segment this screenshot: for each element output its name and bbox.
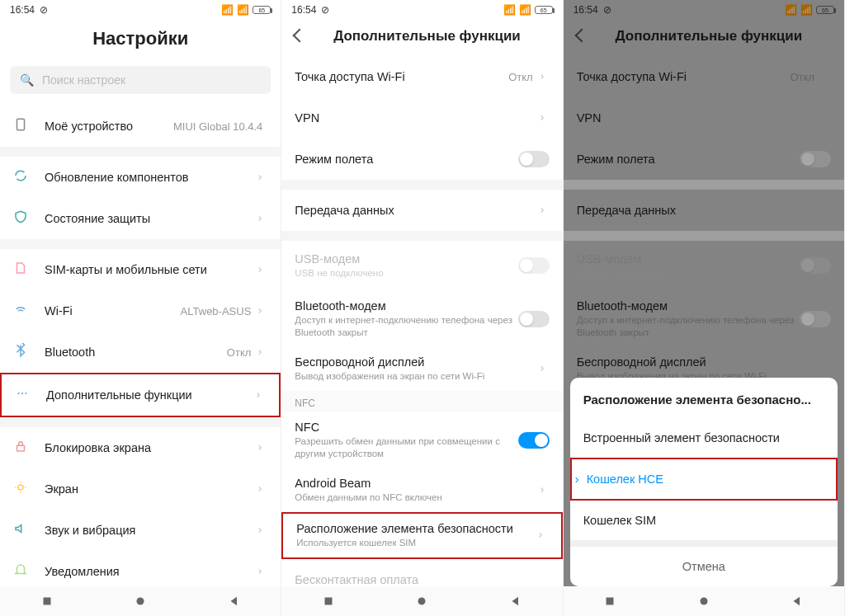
header: Дополнительные функции — [281, 20, 562, 56]
chevron-right-icon — [256, 564, 267, 579]
toggle-bt-modem[interactable] — [518, 311, 550, 327]
chevron-right-icon — [256, 482, 267, 496]
chevron-right-icon — [819, 361, 831, 376]
row-device[interactable]: Моё устройство MIUI Global 10.4.4 — [0, 106, 281, 147]
sheet-option-sim[interactable]: Кошелек SIM — [570, 501, 838, 540]
row-android-beam[interactable]: Android BeamОбмен данными по NFC включен — [281, 468, 562, 512]
sheet-option-embedded[interactable]: Встроенный элемент безопасности — [570, 418, 838, 458]
row-cast[interactable]: Беспроводной дисплейВывод изображения на… — [281, 347, 562, 391]
row-airplane[interactable]: Режим полета — [564, 139, 844, 180]
sun-icon — [13, 480, 33, 498]
row-nfc[interactable]: NFCРазрешить обмен данными при совмещени… — [281, 412, 562, 468]
wifi-icon: 📶 — [237, 4, 249, 16]
chevron-right-icon — [256, 440, 267, 455]
row-wifi[interactable]: Wi-Fi ALTweb-ASUS — [0, 290, 281, 332]
time: 16:54 — [10, 4, 35, 16]
header: Дополнительные функции — [564, 20, 844, 56]
toggle-airplane[interactable] — [800, 151, 831, 167]
wifi-icon: 📶 — [800, 4, 813, 16]
chevron-right-icon — [256, 262, 267, 277]
svg-point-5 — [18, 485, 23, 490]
svg-rect-0 — [17, 119, 25, 130]
page-title: Дополнительные функции — [323, 28, 531, 45]
home-button[interactable] — [414, 594, 429, 609]
chevron-right-icon — [819, 203, 831, 218]
chevron-right-icon — [538, 361, 550, 376]
chevron-right-icon — [254, 388, 266, 402]
toggle-bt-modem[interactable] — [800, 311, 831, 327]
row-usb-modem: USB-модемUSB не подключено — [564, 241, 844, 291]
row-vpn[interactable]: VPN — [281, 97, 562, 139]
time: 16:54 — [291, 4, 316, 16]
chevron-right-icon — [256, 523, 267, 538]
row-lock[interactable]: Блокировка экрана — [0, 427, 281, 468]
sheet-cancel-button[interactable]: Отмена — [570, 540, 838, 586]
page-title: Настройки — [13, 28, 267, 49]
page-title: Дополнительные функции — [605, 28, 813, 45]
statusbar: 16:54⊘ 📶📶65 — [564, 0, 844, 20]
row-notifications[interactable]: Уведомления — [0, 551, 281, 586]
chevron-right-icon — [538, 203, 550, 218]
volume-icon — [13, 521, 33, 539]
chevron-right-icon — [256, 170, 267, 185]
row-display[interactable]: Экран — [0, 468, 281, 510]
row-updates[interactable]: Обновление компонентов — [0, 157, 281, 198]
chevron-right-icon — [538, 69, 550, 84]
battery-icon: 65 — [253, 6, 271, 14]
svg-point-1 — [17, 393, 19, 394]
row-hotspot[interactable]: Точка доступа Wi-Fi Откл — [564, 56, 844, 97]
svg-point-3 — [25, 393, 26, 394]
security-element-sheet: Расположение элемента безопасно... Встро… — [570, 378, 838, 586]
row-hotspot[interactable]: Точка доступа Wi-Fi Откл — [281, 56, 562, 97]
back-button[interactable] — [577, 29, 595, 44]
sheet-option-hce[interactable]: Кошелек HCE — [570, 458, 838, 501]
chevron-right-icon — [256, 211, 267, 226]
section-nfc: NFC — [281, 391, 562, 412]
row-bt-modem[interactable]: Bluetooth-модемДоступ к интернет-подключ… — [281, 291, 562, 347]
battery-icon: 65 — [535, 6, 553, 14]
toggle-usb — [800, 257, 831, 274]
back-button[interactable] — [508, 594, 523, 609]
row-more-functions[interactable]: Дополнительные функции — [0, 373, 281, 417]
signal-icon: 📶 — [785, 4, 797, 16]
row-data[interactable]: Передача данных — [281, 190, 562, 231]
header: Настройки — [0, 20, 281, 61]
sim-icon — [13, 261, 33, 279]
home-button[interactable] — [696, 594, 711, 609]
chevron-right-icon — [819, 111, 831, 125]
row-usb-modem: USB-модемUSB не подключено — [281, 241, 562, 291]
back-button[interactable] — [790, 594, 805, 609]
row-sound[interactable]: Звук и вибрация — [0, 510, 281, 551]
recents-button[interactable] — [40, 594, 54, 609]
row-bluetooth[interactable]: Bluetooth Откл — [0, 332, 281, 373]
row-data[interactable]: Передача данных — [564, 190, 844, 231]
wifi-icon — [13, 302, 33, 320]
row-security[interactable]: Состояние защиты — [0, 198, 281, 239]
recents-button[interactable] — [321, 594, 336, 609]
statusbar: 16:54⊘ 📶 📶 65 — [0, 0, 281, 20]
sheet-title: Расположение элемента безопасно... — [570, 378, 838, 418]
settings-list: Точка доступа Wi-Fi Откл VPN Режим полет… — [281, 56, 562, 586]
row-airplane[interactable]: Режим полета — [281, 139, 562, 180]
settings-list: Моё устройство MIUI Global 10.4.4 Обновл… — [0, 106, 281, 586]
navbar — [0, 586, 281, 616]
toggle-nfc[interactable] — [518, 432, 550, 449]
home-button[interactable] — [133, 594, 148, 609]
svg-rect-14 — [607, 598, 614, 605]
search-icon: 🔍 — [20, 73, 34, 87]
back-button[interactable] — [295, 29, 313, 44]
back-button[interactable] — [227, 594, 242, 609]
row-contactless: Бесконтактная оплата — [281, 559, 562, 587]
lock-icon — [13, 439, 33, 457]
row-sim[interactable]: SIM-карты и мобильные сети — [0, 249, 281, 290]
row-bt-modem[interactable]: Bluetooth-модемДоступ к интернет-подключ… — [564, 291, 844, 347]
chevron-right-icon — [256, 303, 267, 318]
row-security-element[interactable]: Расположение элемента безопасностиИсполь… — [281, 512, 562, 559]
toggle-airplane[interactable] — [518, 151, 550, 167]
chevron-right-icon — [256, 345, 267, 360]
row-vpn[interactable]: VPN — [564, 97, 844, 139]
recents-button[interactable] — [602, 594, 617, 609]
svg-rect-12 — [325, 598, 333, 605]
search-input[interactable]: 🔍 Поиск настроек — [10, 66, 271, 94]
more-icon — [15, 386, 35, 404]
